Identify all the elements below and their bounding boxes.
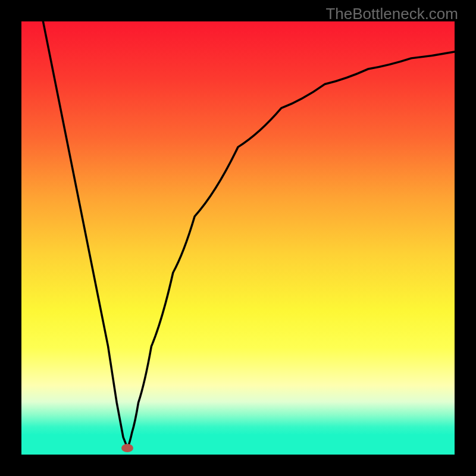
curve-minimum-marker — [121, 444, 133, 452]
chart-area — [21, 21, 455, 455]
curve-plot — [21, 21, 455, 455]
watermark-text: TheBottleneck.com — [325, 5, 458, 23]
